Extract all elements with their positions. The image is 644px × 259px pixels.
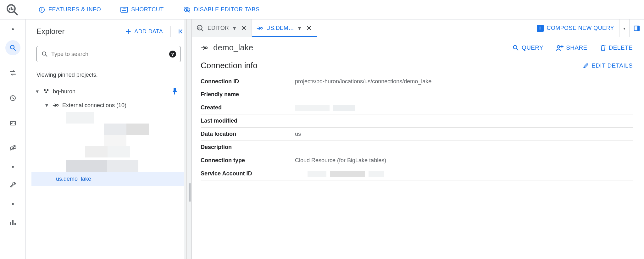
svg-rect-7 <box>42 8 42 8</box>
delete-button[interactable]: DELETE <box>600 44 633 51</box>
search-icon <box>9 44 17 52</box>
shortcut-button[interactable]: SHORTCUT <box>115 4 169 15</box>
info-row-friendly-name: Friendly name <box>201 88 633 101</box>
svg-rect-12 <box>125 8 126 9</box>
tab-connection[interactable]: US.DEM… ▾ ✕ <box>252 19 317 37</box>
bigquery-logo <box>4 2 20 18</box>
explorer-title: Explorer <box>36 27 125 36</box>
search-icon <box>512 44 519 51</box>
panel-splitter[interactable] <box>184 19 192 259</box>
explorer-search-box[interactable]: ? <box>36 46 181 62</box>
keyboard-icon <box>120 7 128 13</box>
scrollbar-thumb[interactable] <box>189 183 191 202</box>
external-connections-row[interactable]: ▾ External connections (10) <box>31 98 188 112</box>
add-data-button[interactable]: ADD DATA <box>125 28 163 35</box>
connection-label: us.demo_lake <box>56 176 91 182</box>
disable-editor-tabs-button[interactable]: DISABLE EDITOR TABS <box>178 3 265 16</box>
rail-dot-icon <box>12 203 14 205</box>
rail-settings-button[interactable] <box>5 178 20 193</box>
svg-line-42 <box>201 29 203 31</box>
content-area: EDITOR ▾ ✕ US.DEM… ▾ ✕ + COMPOSE NEW QUE… <box>192 19 644 259</box>
tabstrip-panel-button[interactable] <box>629 19 644 37</box>
svg-rect-20 <box>11 123 12 124</box>
external-connections-label: External connections (10) <box>62 102 126 109</box>
detail-header: demo_lake QUERY SHARE DELETE <box>192 37 644 54</box>
svg-rect-44 <box>200 26 200 29</box>
info-icon <box>38 6 45 13</box>
project-row[interactable]: ▾ bq-huron <box>31 85 188 98</box>
explorer-search-input[interactable] <box>51 51 166 58</box>
visibility-off-icon <box>183 6 191 14</box>
svg-rect-11 <box>124 8 125 9</box>
rail-search-button[interactable] <box>5 40 20 55</box>
bi-icon <box>9 145 17 152</box>
detail-title: demo_lake <box>213 43 253 52</box>
tab-dropdown-button[interactable]: ▾ <box>297 25 302 32</box>
collapse-explorer-button[interactable] <box>170 26 184 37</box>
data-icon <box>9 119 17 127</box>
svg-rect-43 <box>199 27 199 28</box>
share-label: SHARE <box>566 44 587 51</box>
svg-point-51 <box>557 46 560 48</box>
section-title: Connection info <box>201 61 583 70</box>
pencil-icon <box>583 63 589 69</box>
rail-dot-icon <box>12 28 14 30</box>
tab-close-button[interactable]: ✕ <box>240 24 247 33</box>
tab-close-button[interactable]: ✕ <box>305 24 312 33</box>
compose-new-query-button[interactable]: + COMPOSE NEW QUERY <box>532 19 619 37</box>
plus-box-icon: + <box>537 25 544 32</box>
svg-rect-28 <box>14 223 16 225</box>
tab-editor[interactable]: EDITOR ▾ ✕ <box>192 19 252 37</box>
query-icon <box>196 24 204 32</box>
query-button[interactable]: QUERY <box>512 44 543 51</box>
info-row-description: Description <box>201 141 633 154</box>
svg-line-50 <box>517 48 518 50</box>
info-row-data-location: Data location us <box>201 128 633 141</box>
section-header: Connection info EDIT DETAILS <box>192 54 644 75</box>
help-icon[interactable]: ? <box>169 51 176 58</box>
compose-label: COMPOSE NEW QUERY <box>547 25 614 31</box>
svg-rect-2 <box>9 8 10 10</box>
pinned-projects-message: Viewing pinned projects. <box>26 65 192 82</box>
tab-dropdown-button[interactable]: ▾ <box>232 25 237 32</box>
svg-rect-27 <box>12 220 14 225</box>
delete-label: DELETE <box>609 44 633 51</box>
project-label: bq-huron <box>53 88 75 95</box>
svg-point-31 <box>44 89 46 91</box>
edit-details-label: EDIT DETAILS <box>591 62 633 69</box>
rail-bi-engine-button[interactable] <box>5 141 20 156</box>
panel-icon <box>633 25 640 32</box>
rail-history-button[interactable] <box>5 91 20 106</box>
add-data-label: ADD DATA <box>134 28 163 35</box>
info-row-last-modified: Last modified <box>201 114 633 128</box>
svg-point-29 <box>42 52 46 55</box>
bars-icon <box>9 219 17 226</box>
tab-editor-label: EDITOR <box>208 25 229 31</box>
svg-point-32 <box>47 89 49 91</box>
query-label: QUERY <box>522 44 543 51</box>
edit-details-button[interactable]: EDIT DETAILS <box>583 62 633 69</box>
search-icon <box>41 51 48 58</box>
explorer-panel: Explorer ADD DATA ? Viewing pinned proje… <box>26 19 192 259</box>
svg-rect-4 <box>12 8 14 10</box>
share-button[interactable]: SHARE <box>556 44 587 51</box>
clock-icon <box>9 94 17 102</box>
rail-transfers-button[interactable] <box>5 65 20 80</box>
pin-icon[interactable] <box>172 88 178 95</box>
rail-reservations-button[interactable] <box>5 116 20 131</box>
connection-icon <box>52 102 59 109</box>
connection-icon <box>201 44 208 52</box>
editor-tabstrip: EDITOR ▾ ✕ US.DEM… ▾ ✕ + COMPOSE NEW QUE… <box>192 19 644 37</box>
connection-row-selected[interactable]: us.demo_lake <box>31 172 188 186</box>
topbar: FEATURES & INFO SHORTCUT DISABLE EDITOR … <box>0 0 644 19</box>
svg-line-1 <box>14 11 17 15</box>
svg-line-30 <box>46 55 47 57</box>
features-info-button[interactable]: FEATURES & INFO <box>33 4 106 16</box>
tabstrip-dropdown-button[interactable]: ▾ <box>619 19 629 37</box>
rail-monitoring-button[interactable] <box>5 215 20 230</box>
wrench-icon <box>9 182 17 189</box>
svg-rect-9 <box>122 8 122 9</box>
info-row-created: Created <box>201 101 633 114</box>
features-info-label: FEATURES & INFO <box>48 6 101 13</box>
connection-icon <box>256 25 263 32</box>
